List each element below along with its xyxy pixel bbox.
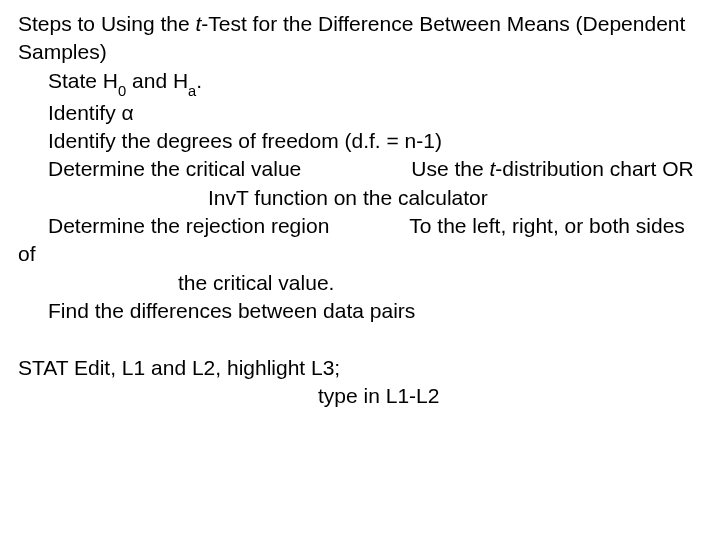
title-text-1: Steps to Using the — [18, 12, 195, 35]
step5-a: Determine the rejection region — [48, 214, 329, 237]
step2: Identify α — [48, 101, 134, 124]
step4-a: Determine the critical value — [48, 157, 301, 180]
step6-c: type in L1-L2 — [318, 384, 439, 407]
step6: Find the differences between data pairs — [48, 299, 415, 322]
step3: Identify the degrees of freedom (d.f. = … — [48, 129, 442, 152]
step6-b: STAT Edit, L1 and L2, highlight L3; — [18, 356, 340, 379]
step1-b: and H — [126, 69, 188, 92]
step1-c: . — [196, 69, 202, 92]
step1-suba: a — [188, 83, 196, 99]
step4-d: InvT function on the calculator — [208, 186, 488, 209]
step1-a: State H — [48, 69, 118, 92]
step5-c: the critical value. — [178, 271, 334, 294]
step1-sub0: 0 — [118, 83, 126, 99]
step4-c: -distribution chart OR — [495, 157, 693, 180]
slide-content: Steps to Using the t-Test for the Differ… — [18, 10, 702, 411]
step4-b: Use the — [411, 157, 489, 180]
